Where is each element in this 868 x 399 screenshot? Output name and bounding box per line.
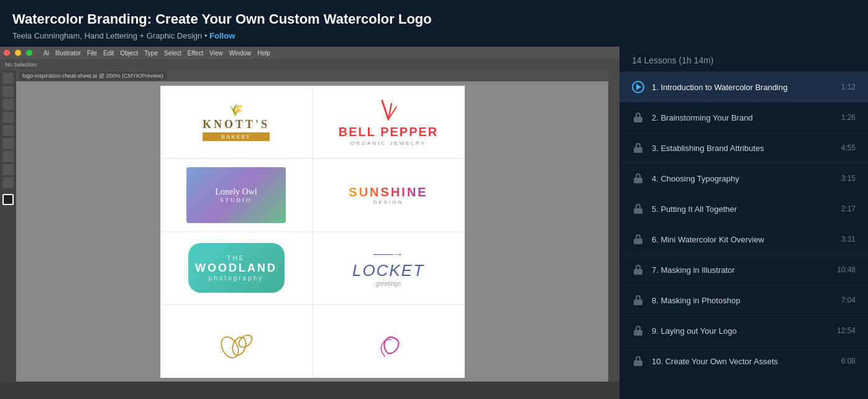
lesson-duration-1: 1:12 [841, 83, 856, 91]
lesson-label-9: 9. Laying out Your Logo [652, 326, 831, 336]
lesson-duration-4: 3:15 [841, 174, 856, 183]
color-swatch [2, 194, 14, 205]
minimize-dot [15, 50, 21, 56]
lesson-duration-3: 4:55 [841, 144, 856, 152]
lock-icon-5 [632, 203, 644, 215]
ai-tabs-bar: logo-inspiration-cheat-sheet.ai @ 200% (… [16, 70, 608, 81]
ai-menu-file: File [87, 50, 97, 57]
ai-canvas: 🌾 KNOTT'S BAKERY [16, 81, 608, 382]
ai-menu-items: Ai Illustrator File Edit Object Type Sel… [43, 50, 270, 57]
lock-icon-10 [632, 355, 644, 367]
woodland-the: THE [227, 255, 245, 262]
lesson-duration-9: 12:54 [837, 326, 856, 335]
tool-eyedropper[interactable] [2, 164, 14, 175]
swirl-decorative-icon [370, 323, 407, 360]
ai-menu-view: View [209, 50, 223, 57]
lesson-item-4[interactable]: 4. Choosing Typography 3:15 [619, 163, 868, 194]
maximize-dot [26, 50, 32, 56]
play-circle [632, 81, 644, 93]
lesson-item-9[interactable]: 9. Laying out Your Logo 12:54 [619, 316, 868, 346]
ai-right-panel [608, 70, 619, 382]
lesson-item-5[interactable]: 5. Putting It All Together 2:17 [619, 194, 868, 224]
close-dot [4, 50, 10, 56]
ai-tools-panel [0, 70, 16, 382]
lock-icon-3 [632, 142, 644, 154]
tool-select[interactable] [2, 73, 14, 84]
ai-menu-help: Help [257, 50, 270, 57]
illustrator-mock: Ai Illustrator File Edit Object Type Sel… [0, 47, 619, 399]
ai-menu-type: Type [144, 50, 158, 57]
logo-woodland: THE WOODLAND photography [160, 232, 313, 305]
tool-type[interactable] [2, 112, 14, 123]
video-area: Ai Illustrator File Edit Object Type Sel… [0, 47, 619, 399]
lesson-label-1: 1. Introduction to Watercolor Branding [652, 83, 835, 92]
lesson-item-10[interactable]: 10. Create Your Own Vector Assets 6:08 [619, 346, 868, 377]
sunshine-name: SUNSHINE [349, 185, 427, 200]
locket-arrow: ——→ [352, 249, 424, 260]
follow-button[interactable]: Follow [209, 31, 235, 40]
locket-name: LOCKET [352, 261, 424, 280]
lesson-item-6[interactable]: 6. Mini Watercolor Kit Overview 3:31 [619, 224, 868, 255]
leaf-decorative-icon [217, 323, 255, 360]
knotts-name: KNOTT'S [203, 118, 270, 131]
tool-shape[interactable] [2, 125, 14, 136]
logo-bellpepper: BELL PEPPER ORGANIC JEWELRY [313, 86, 465, 159]
lesson-duration-5: 2:17 [841, 204, 856, 213]
play-icon [632, 81, 644, 93]
lesson-item-2[interactable]: 2. Brainstorming Your Brand 1:26 [619, 103, 868, 133]
lock-icon-9 [632, 324, 644, 337]
lesson-label-6: 6. Mini Watercolor Kit Overview [652, 235, 835, 244]
logo-locket: ——→ LOCKET greetings [313, 232, 465, 305]
lesson-item-8[interactable]: 8. Masking in Photoshop 7:04 [619, 285, 868, 316]
lesson-label-2: 2. Brainstorming Your Brand [652, 113, 835, 122]
ai-toolbar: No Selection [0, 59, 619, 70]
lock-icon-4 [632, 172, 644, 185]
page-header: Watercolor Branding: Create Your Own Cus… [0, 0, 868, 47]
logo-bottom-1 [160, 305, 313, 378]
ai-body: logo-inspiration-cheat-sheet.ai @ 200% (… [0, 70, 619, 382]
lock-icon-6 [632, 233, 644, 245]
sunshine-sub: DESIGN [349, 200, 427, 205]
lesson-duration-2: 1:26 [841, 113, 856, 122]
svg-line-0 [382, 101, 388, 119]
lesson-duration-7: 10:48 [837, 265, 856, 274]
tool-paintbrush[interactable] [2, 138, 14, 149]
bellpepper-sub: ORGANIC JEWELRY [339, 140, 439, 146]
lesson-label-7: 7. Masking in Illustrator [652, 265, 831, 275]
lesson-label-3: 3. Establishing Brand Attributes [652, 144, 835, 153]
ai-menu-window: Window [229, 50, 252, 57]
logo-lonely-owl: Lonely Owl STUDIO [160, 158, 313, 232]
lesson-label-10: 10. Create Your Own Vector Assets [652, 357, 835, 366]
course-title: Watercolor Branding: Create Your Own Cus… [12, 11, 856, 27]
lesson-label-8: 8. Masking in Photoshop [652, 296, 835, 305]
locket-sub: greetings [352, 280, 424, 287]
tool-direct-select[interactable] [2, 86, 14, 97]
bellpepper-name: BELL PEPPER [339, 125, 439, 139]
tool-pen[interactable] [2, 99, 14, 110]
lock-icon-8 [632, 294, 644, 306]
woodland-name: WOODLAND [195, 262, 277, 275]
ai-menu-select: Select [164, 50, 181, 57]
lock-icon-7 [632, 264, 644, 276]
ai-menu-object: Object [120, 50, 138, 57]
lesson-item-7[interactable]: 7. Masking in Illustrator 10:48 [619, 255, 868, 285]
course-author: Teela Cunningham, Hand Lettering + Graph… [12, 31, 856, 40]
ai-menu-illustrator: Illustrator [55, 50, 81, 57]
logo-bottom-2 [313, 305, 465, 378]
ai-menu-edit: Edit [103, 50, 114, 57]
lesson-item-1[interactable]: 1. Introduction to Watercolor Branding 1… [619, 72, 868, 103]
lock-icon-2 [632, 111, 644, 124]
ai-bottom-bar [0, 382, 619, 399]
ai-menubar: Ai Illustrator File Edit Object Type Sel… [0, 47, 619, 59]
ai-document-tab[interactable]: logo-inspiration-cheat-sheet.ai @ 200% (… [19, 71, 167, 80]
ai-canvas-area: logo-inspiration-cheat-sheet.ai @ 200% (… [16, 70, 608, 382]
ai-menu-effect: Effect [188, 50, 203, 57]
lesson-duration-6: 3:31 [841, 235, 856, 244]
bellpepper-icon [373, 98, 404, 122]
lesson-label-4: 4. Choosing Typography [652, 174, 835, 183]
tool-zoom[interactable] [2, 177, 14, 188]
lesson-item-3[interactable]: 3. Establishing Brand Attributes 4:55 [619, 133, 868, 163]
lesson-duration-8: 7:04 [841, 296, 856, 305]
tool-rotate[interactable] [2, 151, 14, 162]
svg-point-4 [230, 335, 248, 357]
